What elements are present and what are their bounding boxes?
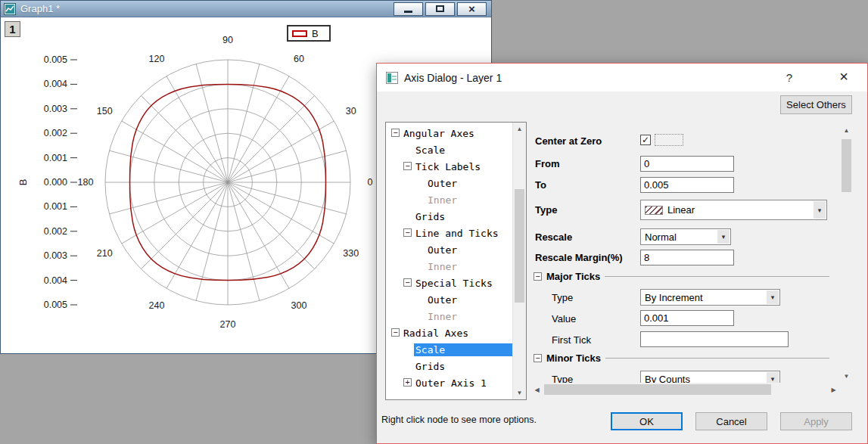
tree-item-label: Inner [426, 260, 512, 273]
tree-item-label: Angular Axes [402, 127, 512, 140]
svg-text:150: 150 [97, 106, 113, 116]
tree-scrollbar[interactable]: ▲ ▼ [512, 123, 526, 399]
to-input[interactable] [640, 177, 734, 193]
rescale-combobox[interactable]: Normal ▾ [640, 228, 731, 245]
tree-item-line-and-ticks[interactable]: −Line and Ticks [387, 225, 512, 241]
collapse-icon[interactable]: − [534, 272, 542, 281]
from-input[interactable] [640, 156, 734, 172]
dialog-close-button[interactable]: × [831, 65, 857, 88]
minimize-button[interactable] [394, 2, 423, 16]
chevron-down-icon[interactable]: ▾ [814, 201, 826, 219]
minor-type-combobox[interactable]: By Counts ▾ [640, 371, 780, 383]
tree-item-grids[interactable]: Grids [387, 208, 512, 225]
major-type-combobox[interactable]: By Increment ▾ [640, 289, 780, 306]
tree-scroll-thumb[interactable] [515, 189, 524, 303]
tree-item-scale[interactable]: Scale [387, 341, 512, 358]
tree-item-radial-axes[interactable]: −Radial Axes [387, 324, 512, 341]
collapse-icon[interactable]: − [391, 129, 400, 137]
scroll-down-icon[interactable]: ▼ [840, 370, 853, 383]
tree-item-grids[interactable]: Grids [387, 358, 512, 374]
chevron-down-icon[interactable]: ▾ [717, 230, 730, 244]
svg-text:0.001: 0.001 [44, 201, 67, 212]
svg-text:0.004: 0.004 [44, 79, 67, 89]
panel-vertical-scrollbar[interactable]: ▲ ▼ [840, 124, 853, 383]
panel-horizontal-scrollbar[interactable]: ◀ ▶ [530, 383, 840, 396]
graph-window-icon [4, 3, 16, 15]
minor-ticks-section: − Minor Ticks [534, 352, 829, 364]
expand-icon[interactable]: + [403, 378, 412, 387]
tree-item-scale[interactable]: Scale [387, 141, 512, 158]
svg-text:0.002: 0.002 [44, 226, 67, 237]
tree-item-outer[interactable]: Outer [387, 291, 512, 308]
tree-item-tick-labels[interactable]: −Tick Labels [387, 158, 512, 175]
scroll-left-icon[interactable]: ◀ [530, 383, 543, 396]
tree-item-outer[interactable]: Outer [387, 241, 512, 258]
collapse-icon[interactable]: − [403, 162, 412, 170]
cancel-button[interactable]: Cancel [695, 412, 767, 430]
svg-text:330: 330 [343, 248, 359, 259]
svg-text:120: 120 [149, 54, 165, 64]
close-window-button[interactable]: × [457, 2, 487, 16]
center-at-zero-checkbox[interactable]: ✓ [640, 135, 651, 145]
svg-text:90: 90 [222, 35, 233, 45]
svg-text:30: 30 [346, 106, 356, 116]
tree-scroll-down-icon[interactable]: ▼ [513, 387, 526, 399]
collapse-icon[interactable]: − [403, 278, 412, 287]
panel-scroll-thumb[interactable] [842, 139, 851, 192]
dialog-hint-text: Right click node to see more options. [381, 415, 537, 425]
type-combobox[interactable]: Linear ▾ [640, 200, 827, 220]
panel-hscroll-thumb[interactable] [544, 384, 771, 395]
desktop: Graph1 * × 1 B 0306090120150180210240270… [0, 0, 868, 444]
section-divider [605, 276, 829, 277]
scroll-up-icon[interactable]: ▲ [840, 124, 853, 137]
tree-item-outer-axis-1[interactable]: +Outer Axis 1 [387, 374, 512, 391]
svg-text:0.001: 0.001 [44, 153, 67, 163]
tree-item-label: Outer [426, 293, 512, 306]
tree-item-label: Grids [414, 210, 512, 223]
tree-item-label: Outer [426, 177, 512, 190]
collapse-icon[interactable]: − [403, 228, 412, 237]
major-ticks-header: Major Ticks [546, 271, 600, 282]
type-label: Type [535, 204, 557, 216]
section-divider [605, 358, 829, 359]
ok-button[interactable]: OK [611, 412, 683, 430]
minor-type-combobox-value: By Counts [645, 374, 690, 383]
tree-item-outer[interactable]: Outer [387, 175, 512, 191]
svg-text:270: 270 [220, 319, 236, 330]
tree-item-special-ticks[interactable]: −Special Ticks [387, 275, 512, 291]
svg-text:0.005: 0.005 [44, 300, 67, 310]
svg-text:0.002: 0.002 [44, 128, 67, 138]
svg-text:0.003: 0.003 [44, 104, 67, 114]
svg-text:B: B [17, 179, 29, 186]
svg-text:0.000: 0.000 [44, 177, 67, 188]
close-icon: × [468, 3, 475, 14]
graph-window-titlebar[interactable]: Graph1 * × [1, 1, 491, 17]
tree-scroll-up-icon[interactable]: ▲ [513, 123, 526, 135]
svg-text:210: 210 [97, 248, 113, 259]
minimize-icon [404, 11, 412, 13]
chevron-down-icon[interactable]: ▾ [767, 372, 779, 383]
type-combobox-value: Linear [667, 204, 695, 216]
axis-tree-panel: −Angular AxesScale−Tick LabelsOuterInner… [385, 122, 527, 400]
minor-ticks-header: Minor Ticks [546, 352, 601, 364]
tree-item-label: Line and Ticks [414, 227, 512, 240]
maximize-icon [436, 5, 444, 12]
collapse-icon[interactable]: − [534, 354, 542, 362]
axis-dialog: Axis Dialog - Layer 1 ? × Select Others … [376, 63, 868, 444]
collapse-icon[interactable]: − [391, 328, 400, 337]
rescale-margin-input[interactable] [640, 250, 734, 265]
maximize-button[interactable] [425, 2, 455, 16]
tree-item-inner[interactable]: Inner [387, 308, 512, 324]
value-input[interactable] [640, 310, 734, 326]
tree-item-inner[interactable]: Inner [387, 191, 512, 208]
first-tick-input[interactable] [640, 331, 789, 347]
svg-text:0: 0 [368, 177, 373, 188]
scroll-right-icon[interactable]: ▶ [827, 383, 840, 396]
dialog-help-button[interactable]: ? [778, 67, 801, 88]
select-others-button[interactable]: Select Others [780, 95, 852, 114]
chevron-down-icon[interactable]: ▾ [767, 290, 779, 304]
tree-item-angular-axes[interactable]: −Angular Axes [387, 125, 512, 141]
tree-item-label: Scale [414, 144, 512, 157]
tree-item-inner[interactable]: Inner [387, 258, 512, 275]
major-ticks-section: − Major Ticks [534, 271, 829, 282]
